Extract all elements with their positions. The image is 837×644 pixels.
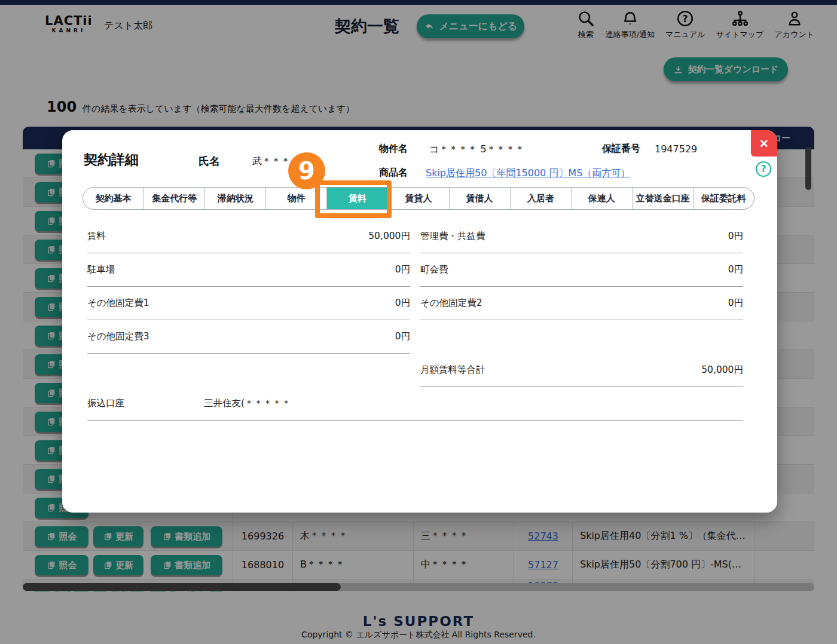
product-label: 商品名 bbox=[379, 167, 408, 179]
tab-guarantor-contact[interactable]: 保連人 bbox=[572, 188, 633, 209]
close-button[interactable]: ✕ bbox=[751, 130, 777, 157]
field-other-fixed-2: その他固定費2 0円 bbox=[420, 287, 743, 320]
tab-contract-basic[interactable]: 契約基本 bbox=[83, 188, 144, 209]
tab-guarantee-fee[interactable]: 保証委託料 bbox=[694, 188, 754, 209]
field-rent: 賃料 50,000円 bbox=[87, 220, 410, 253]
guarantee-number-label: 保証番号 bbox=[602, 143, 640, 155]
detail-tabbar: 契約基本 集金代行等 滞納状況 物件 賃料 賃貸人 賃借人 入居者 保連人 立替… bbox=[83, 187, 754, 210]
product-link[interactable]: Skip居住用50〔年間15000 円〕MS（両方可） bbox=[426, 167, 630, 180]
tab-lessor[interactable]: 賃貸人 bbox=[388, 188, 449, 209]
property-value: コ＊＊＊＊ 5＊＊＊＊ bbox=[429, 143, 525, 156]
modal-title: 契約詳細 bbox=[84, 151, 139, 169]
guarantee-number-value: 1947529 bbox=[655, 143, 697, 155]
field-parking: 駐車場 0円 bbox=[87, 253, 410, 287]
contract-detail-modal: 契約詳細 氏名 武＊＊＊＊ 物件名 コ＊＊＊＊ 5＊＊＊＊ 保証番号 19475… bbox=[62, 130, 777, 513]
help-icon[interactable]: ? bbox=[756, 161, 771, 177]
field-town-fee: 町会費 0円 bbox=[420, 253, 743, 287]
field-other-fixed-1: その他固定費1 0円 bbox=[87, 287, 410, 320]
field-bank-account: 振込口座 三井住友(＊＊＊＊＊ bbox=[87, 387, 743, 421]
tab-resident[interactable]: 入居者 bbox=[511, 188, 572, 209]
name-label: 氏名 bbox=[198, 154, 220, 168]
tab-lessee[interactable]: 賃借人 bbox=[450, 188, 511, 209]
name-value: 武＊＊＊＊ bbox=[252, 155, 300, 168]
property-label: 物件名 bbox=[379, 143, 408, 155]
field-management-fee: 管理費・共益費 0円 bbox=[420, 220, 743, 253]
tab-rent[interactable]: 賃料 bbox=[327, 188, 388, 209]
tab-collection-agency[interactable]: 集金代行等 bbox=[144, 188, 205, 209]
close-icon: ✕ bbox=[759, 137, 769, 151]
field-monthly-total: 月額賃料等合計 50,000円 bbox=[420, 354, 743, 387]
tab-delinquency-status[interactable]: 滞納状況 bbox=[205, 188, 266, 209]
field-other-fixed-3: その他固定費3 0円 bbox=[87, 320, 410, 354]
tab-advance-remittance-account[interactable]: 立替送金口座 bbox=[633, 188, 694, 209]
tab-property[interactable]: 物件 bbox=[266, 188, 327, 209]
